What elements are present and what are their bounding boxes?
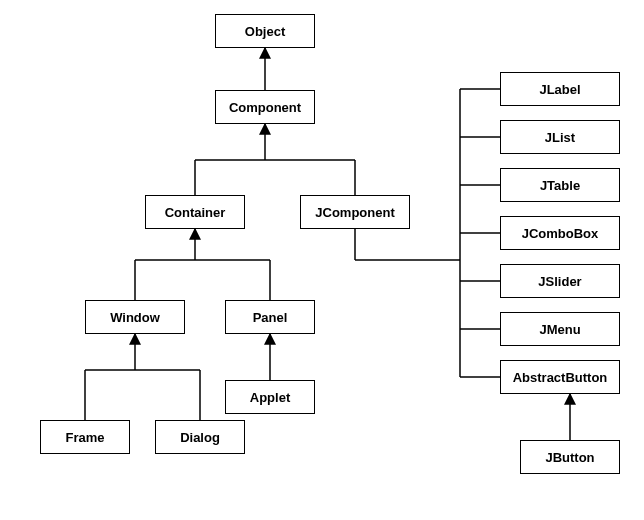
node-object: Object [215, 14, 315, 48]
node-label: JComboBox [522, 226, 599, 241]
node-panel: Panel [225, 300, 315, 334]
node-label: Dialog [180, 430, 220, 445]
node-label: JList [545, 130, 575, 145]
node-applet: Applet [225, 380, 315, 414]
node-component: Component [215, 90, 315, 124]
node-label: Window [110, 310, 160, 325]
node-window: Window [85, 300, 185, 334]
node-label: JButton [545, 450, 594, 465]
node-label: Component [229, 100, 301, 115]
node-abstractbutton: AbstractButton [500, 360, 620, 394]
node-label: Object [245, 24, 285, 39]
node-label: JComponent [315, 205, 394, 220]
node-jtable: JTable [500, 168, 620, 202]
node-dialog: Dialog [155, 420, 245, 454]
node-label: JLabel [539, 82, 580, 97]
node-label: Container [165, 205, 226, 220]
node-jcombobox: JComboBox [500, 216, 620, 250]
node-label: JMenu [539, 322, 580, 337]
node-label: Frame [65, 430, 104, 445]
node-container: Container [145, 195, 245, 229]
node-label: JSlider [538, 274, 581, 289]
node-label: Applet [250, 390, 290, 405]
node-jcomponent: JComponent [300, 195, 410, 229]
class-hierarchy-diagram: Object Component Container JComponent Wi… [0, 0, 644, 520]
node-jslider: JSlider [500, 264, 620, 298]
node-jmenu: JMenu [500, 312, 620, 346]
node-label: Panel [253, 310, 288, 325]
node-frame: Frame [40, 420, 130, 454]
node-jlabel: JLabel [500, 72, 620, 106]
node-label: AbstractButton [513, 370, 608, 385]
node-jbutton: JButton [520, 440, 620, 474]
node-label: JTable [540, 178, 580, 193]
node-jlist: JList [500, 120, 620, 154]
